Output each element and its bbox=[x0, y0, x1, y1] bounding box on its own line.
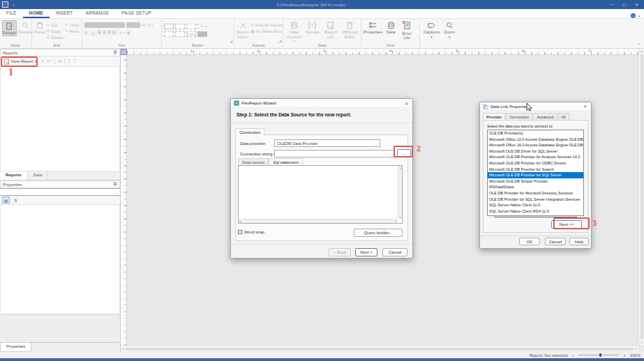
provider-list-item[interactable]: OLE DB Provider for SQL Server Integrati… bbox=[488, 197, 583, 203]
properties-grid-area[interactable] bbox=[0, 205, 120, 314]
datalink-tab[interactable]: All bbox=[558, 113, 569, 120]
datalink-next-button[interactable]: Next >> bbox=[551, 220, 582, 229]
close-button[interactable]: ✕ bbox=[635, 2, 638, 7]
categorized-view-button[interactable]: ▤ bbox=[2, 197, 10, 203]
report-list-area[interactable] bbox=[0, 67, 120, 171]
datalink-tab[interactable]: Provider bbox=[483, 113, 505, 120]
shrink-font-button[interactable]: A˅ bbox=[149, 23, 154, 27]
italic-button[interactable]: I bbox=[89, 31, 90, 35]
error-list-button[interactable]: Error List bbox=[399, 20, 414, 40]
data-provider-combo[interactable]: OLEDB Data Provider ⌄ bbox=[274, 139, 380, 147]
groups-button[interactable]: Groups bbox=[304, 20, 320, 35]
ribbon-tab[interactable]: ARRANGE bbox=[80, 8, 116, 18]
pin-icon[interactable] bbox=[113, 182, 117, 187]
align-center-button[interactable] bbox=[103, 31, 106, 34]
provider-list-item[interactable]: MSDataShape bbox=[488, 184, 583, 190]
ribbon-collapse-icon[interactable]: ^ bbox=[638, 43, 640, 47]
provider-list-item[interactable]: Microsoft Office 16.0 Access Database En… bbox=[488, 142, 583, 148]
view-properties-button[interactable]: Properties bbox=[364, 20, 382, 35]
bold-button[interactable]: B bbox=[84, 31, 87, 35]
ribbon-tab[interactable]: FILE bbox=[0, 8, 23, 18]
scroll-down-icon[interactable]: ▾ bbox=[641, 341, 642, 344]
vertical-scroll-thumb[interactable] bbox=[641, 54, 643, 339]
ruler-origin-button[interactable] bbox=[121, 49, 127, 55]
sql-vertical-scrollbar[interactable]: ▴ ▾ bbox=[398, 166, 402, 219]
format-dialog-launcher-icon[interactable] bbox=[279, 40, 281, 43]
border-spin-up-icon[interactable]: ▴ bbox=[197, 22, 199, 26]
zoom-slider[interactable] bbox=[578, 355, 619, 355]
datalink-cancel-button[interactable]: Cancel bbox=[545, 238, 566, 245]
wizard-inner-tab[interactable]: Data source bbox=[238, 158, 269, 165]
wizard-inner-tab[interactable]: Sql statement bbox=[269, 158, 303, 165]
border-spin-down-icon[interactable]: ▾ bbox=[197, 26, 199, 30]
sql-horizontal-scrollbar[interactable]: ◂ ▸ bbox=[239, 219, 398, 223]
provider-list-item[interactable]: Microsoft Office 12.0 Access Database En… bbox=[488, 137, 583, 143]
ribbon-tab[interactable]: HOME bbox=[23, 8, 50, 18]
move-up-icon[interactable]: ↥ bbox=[67, 59, 70, 64]
highlight-button[interactable]: ◧ bbox=[127, 30, 131, 35]
datalink-close-icon[interactable]: ✕ bbox=[582, 104, 588, 109]
datalink-tab[interactable]: Connection bbox=[506, 113, 532, 120]
tab-properties[interactable]: Properties bbox=[0, 343, 31, 352]
help-button[interactable]: Help bbox=[569, 238, 589, 245]
ribbon-tab[interactable]: PAGE SETUP bbox=[115, 8, 158, 18]
zoom-in-button[interactable]: + bbox=[623, 353, 626, 358]
font-color-dropdown-icon[interactable]: ▾ bbox=[123, 31, 126, 35]
provider-list-scrollbar[interactable] bbox=[487, 216, 584, 218]
copy-button[interactable]: ⧉Copy bbox=[46, 29, 63, 33]
provider-list-item[interactable]: OLE DB Provider for Microsoft Directory … bbox=[488, 190, 583, 197]
border-box-button[interactable] bbox=[164, 24, 174, 29]
delete-button[interactable]: ✕Delete bbox=[46, 35, 63, 40]
panel-tab[interactable]: Data bbox=[28, 171, 49, 180]
provider-list-item[interactable]: OLE DB Provider(s) bbox=[488, 130, 583, 137]
design-button[interactable]: Design bbox=[2, 20, 17, 36]
report-styles-button[interactable]: Report Styles bbox=[237, 20, 249, 39]
data-sources-button[interactable]: Data Sources ▾ bbox=[285, 20, 303, 44]
border-color-swatch[interactable] bbox=[197, 31, 207, 37]
canvas-horizontal-scrollbar[interactable]: ◂ ▸ bbox=[121, 345, 638, 352]
preview-button[interactable]: Preview bbox=[18, 20, 33, 35]
vbscript-editor-button[interactable]: VBScript Editor bbox=[341, 20, 359, 39]
align-right-button[interactable] bbox=[107, 31, 111, 34]
alphabetical-sort-button[interactable]: ⇅ bbox=[12, 197, 20, 203]
align-justify-button[interactable] bbox=[112, 31, 116, 34]
font-color-button[interactable]: A bbox=[119, 31, 122, 35]
help-dropdown-icon[interactable]: ▾ bbox=[638, 14, 640, 18]
rename-report-icon[interactable]: ▢ bbox=[52, 59, 56, 64]
border-none-button[interactable]: None bbox=[186, 31, 196, 37]
zoom-out-button[interactable]: − bbox=[572, 353, 575, 358]
help-icon[interactable]: i bbox=[631, 13, 636, 18]
border-bottom-button[interactable] bbox=[164, 31, 174, 37]
provider-list-item[interactable]: Microsoft OLE DB Driver for SQL Server bbox=[488, 148, 583, 155]
paste-button[interactable]: Paste bbox=[34, 20, 45, 35]
scroll-left-icon[interactable]: ◂ bbox=[122, 347, 123, 351]
provider-list-item[interactable]: Microsoft OLE DB Simple Provider bbox=[488, 178, 583, 185]
border-pen-dropdown-icon[interactable]: ▾ bbox=[205, 24, 207, 29]
scroll-up-icon[interactable]: ▴ bbox=[399, 166, 400, 169]
scroll-left-icon[interactable]: ◂ bbox=[239, 220, 241, 223]
connection-string-browse-button[interactable]: ... bbox=[397, 149, 411, 158]
border-outline-button[interactable] bbox=[175, 31, 185, 37]
font-size-select[interactable] bbox=[126, 22, 140, 28]
provider-list-item[interactable]: SQL Server Native Client RDA 11.0 bbox=[488, 208, 583, 215]
query-builder-button[interactable]: Query builder... bbox=[354, 229, 403, 237]
datalink-tab[interactable]: Advanced bbox=[533, 113, 557, 120]
word-wrap-checkbox[interactable] bbox=[238, 230, 242, 234]
zoom-button[interactable]: Zoom ▾ bbox=[442, 20, 456, 39]
scroll-right-icon[interactable]: ▸ bbox=[396, 220, 397, 223]
sql-statement-textarea[interactable]: ▴ ▾ ◂ ▸ bbox=[238, 165, 403, 224]
scroll-right-icon[interactable]: ▸ bbox=[636, 347, 637, 351]
import-report-icon[interactable]: ⊞ bbox=[58, 59, 61, 64]
as-table-row-button[interactable]: ▦As Table Row bbox=[250, 29, 283, 33]
scroll-up-icon[interactable]: ▴ bbox=[641, 49, 642, 53]
underline-button[interactable]: U bbox=[91, 31, 94, 35]
redo-button[interactable]: ↷Redo bbox=[65, 29, 80, 33]
object-selector-combo[interactable]: ⌄ bbox=[0, 188, 120, 196]
zoom-slider-thumb[interactable] bbox=[599, 353, 601, 357]
minimize-button[interactable]: — bbox=[610, 2, 614, 7]
align-left-button[interactable] bbox=[98, 31, 101, 34]
connection-string-combo[interactable]: ⌄ bbox=[274, 150, 394, 158]
canvas-vertical-scrollbar[interactable]: ▴ ▾ bbox=[638, 49, 644, 345]
format-painter-button[interactable]: ✎Format Painter bbox=[250, 22, 283, 27]
back-button[interactable]: < Back bbox=[329, 248, 351, 256]
